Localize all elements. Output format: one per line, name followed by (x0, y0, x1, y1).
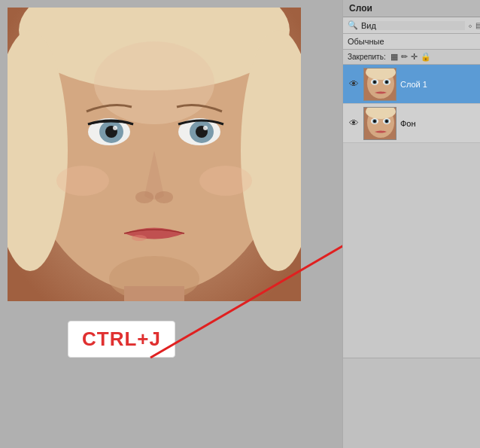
layers-search-input[interactable] (361, 21, 465, 30)
bg-layer-visibility-icon[interactable]: 👁 (348, 117, 360, 130)
lock-position-icon[interactable]: ✛ (411, 52, 418, 62)
layers-mode-label: Обычные (348, 37, 384, 46)
layers-search-extra-icon: ▤ (475, 21, 480, 29)
photo-container (8, 8, 301, 301)
layers-title: Слои (349, 3, 372, 14)
search-dropdown-icon[interactable]: ⬦ (468, 21, 472, 29)
svg-point-14 (155, 191, 173, 203)
layers-bottom-area (343, 358, 480, 448)
layer1-thumbnail (363, 68, 396, 101)
svg-point-13 (135, 191, 153, 203)
lock-icons-group: ▦ ✏ ✛ 🔒 (390, 52, 431, 62)
layer1-name: Слой 1 (400, 80, 475, 89)
svg-point-28 (373, 81, 376, 84)
svg-point-29 (385, 81, 388, 84)
svg-point-36 (373, 120, 376, 123)
svg-point-16 (199, 166, 252, 196)
svg-point-12 (203, 126, 208, 130)
canvas-area: CTRL+J (0, 0, 342, 448)
shortcut-text: CTRL+J (82, 328, 161, 350)
svg-point-37 (385, 120, 388, 123)
svg-point-17 (132, 235, 147, 241)
layers-lock-text: Закрепить: (348, 53, 386, 61)
lock-all-icon[interactable]: 🔒 (421, 52, 431, 62)
search-icon: 🔍 (348, 20, 358, 30)
layers-panel: Слои 🔍 ⬦ ▤ Обычные Закрепить: ▦ ✏ ✛ 🔒 👁 (342, 0, 480, 448)
layers-title-bar: Слои (343, 0, 480, 17)
layers-search-row: 🔍 ⬦ ▤ (343, 17, 480, 34)
bg-layer-name: Фон (400, 119, 475, 128)
layer-item-layer1[interactable]: 👁 Слой 1 (343, 65, 480, 104)
face-image (8, 8, 301, 301)
layer-item-background[interactable]: 👁 Фон (343, 104, 480, 143)
svg-point-11 (113, 126, 117, 130)
layer1-visibility-icon[interactable]: 👁 (348, 78, 360, 90)
shortcut-label: CTRL+J (68, 321, 175, 358)
bg-layer-thumbnail (363, 107, 396, 140)
svg-point-15 (56, 166, 109, 196)
svg-rect-19 (124, 286, 184, 301)
svg-point-4 (94, 41, 214, 124)
layers-lock-row: Закрепить: ▦ ✏ ✛ 🔒 (343, 50, 480, 65)
lock-transparent-icon[interactable]: ▦ (390, 52, 398, 62)
layers-mode-row[interactable]: Обычные (343, 34, 480, 50)
lock-brush-icon[interactable]: ✏ (401, 52, 408, 62)
